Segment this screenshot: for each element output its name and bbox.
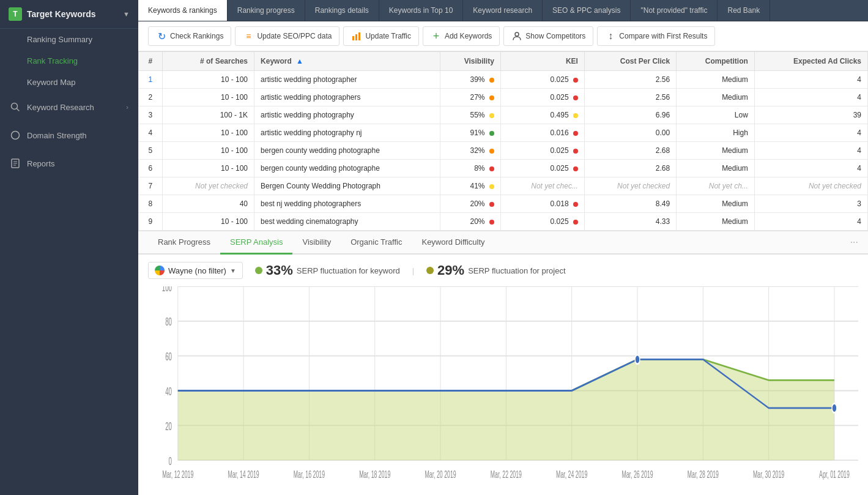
svg-point-2 — [12, 132, 20, 140]
domain-strength-label: Domain Strength — [27, 131, 128, 140]
stat-project-fluctuation: 29% SERP fluctuation for project — [426, 262, 566, 278]
tab-ranking-progress[interactable]: Ranking progress — [228, 0, 305, 21]
col-ad-clicks: Expected Ad Clicks — [754, 52, 867, 71]
compare-first-button[interactable]: ↕ Compare with First Results — [597, 26, 715, 46]
vis-dot — [489, 78, 494, 83]
update-traffic-button[interactable]: Update Traffic — [343, 26, 418, 46]
svg-text:Mar, 12 2019: Mar, 12 2019 — [162, 468, 193, 480]
tab-keywords-top10[interactable]: Keywords in Top 10 — [379, 0, 464, 21]
user-icon — [511, 31, 522, 42]
check-rankings-button[interactable]: ↻ Check Rankings — [148, 26, 231, 46]
vis-dot — [489, 202, 494, 207]
svg-text:60: 60 — [165, 350, 172, 363]
kei-dot — [573, 78, 578, 83]
svg-text:100: 100 — [162, 286, 172, 293]
keyword-stat-dot — [255, 267, 262, 274]
keyword-fluctuation-label: SERP fluctuation for keyword — [297, 266, 400, 275]
reports-icon — [10, 158, 21, 169]
vis-dot — [489, 95, 494, 100]
svg-text:Mar, 30 2019: Mar, 30 2019 — [753, 468, 784, 480]
project-fluctuation-label: SERP fluctuation for project — [468, 266, 565, 275]
sidebar-item-domain-strength[interactable]: Domain Strength — [0, 121, 138, 149]
col-rank: # — [139, 52, 163, 71]
col-competition: Competition — [677, 52, 755, 71]
table-row: 8 40 best nj wedding photographers 20% 0… — [139, 195, 868, 213]
kei-dot — [573, 113, 578, 118]
tab-keyword-research[interactable]: Keyword research — [463, 0, 543, 21]
svg-text:Mar, 28 2019: Mar, 28 2019 — [688, 468, 719, 480]
svg-text:20: 20 — [165, 419, 172, 432]
tab-keyword-difficulty[interactable]: Keyword Difficulty — [412, 231, 494, 255]
sidebar-brand[interactable]: T Target Keywords ▼ — [0, 0, 138, 29]
kei-dot — [573, 131, 578, 136]
tab-rank-progress[interactable]: Rank Progress — [148, 231, 220, 255]
svg-text:Mar, 18 2019: Mar, 18 2019 — [359, 468, 390, 480]
col-keyword[interactable]: Keyword ▲ — [254, 52, 440, 71]
sidebar-item-label: Rank Tracking — [27, 56, 78, 65]
reports-label: Reports — [27, 159, 128, 168]
stat-keyword-fluctuation: 33% SERP fluctuation for keyword — [255, 262, 400, 278]
col-visibility: Visibility — [440, 52, 500, 71]
tab-keywords-rankings[interactable]: Keywords & rankings — [138, 0, 228, 21]
chart-point — [635, 355, 640, 364]
kei-dot — [573, 149, 578, 154]
tab-bar: Keywords & rankings Ranking progress Ran… — [138, 0, 868, 21]
project-fluctuation-value: 29% — [437, 262, 464, 278]
tab-serp-analysis[interactable]: SERP Analysis — [220, 231, 292, 255]
table-row: 2 10 - 100 artistic wedding photographer… — [139, 89, 868, 106]
sidebar-item-keyword-map[interactable]: Keyword Map — [0, 72, 138, 93]
tab-red-bank[interactable]: Red Bank — [718, 0, 770, 21]
show-competitors-button[interactable]: Show Competitors — [503, 26, 593, 46]
kei-dot — [573, 95, 578, 100]
svg-text:0: 0 — [169, 454, 172, 467]
svg-text:Apr, 01 2019: Apr, 01 2019 — [819, 468, 850, 480]
chart-area: 100 80 60 40 20 0 — [138, 286, 868, 495]
vis-dot — [489, 149, 494, 154]
tab-rankings-details[interactable]: Rankings details — [305, 0, 379, 21]
tab-visibility[interactable]: Visibility — [292, 231, 341, 255]
svg-text:Mar, 24 2019: Mar, 24 2019 — [556, 468, 587, 480]
tab-organic-traffic[interactable]: Organic Traffic — [341, 231, 412, 255]
sort-arrow-icon: ▲ — [296, 57, 303, 65]
chart-icon — [351, 31, 362, 42]
kei-dot — [573, 166, 578, 171]
bottom-tab-bar: Rank Progress SERP Analysis Visibility O… — [138, 231, 868, 255]
vis-dot — [489, 166, 494, 171]
location-dropdown[interactable]: Wayne (no filter) ▼ — [148, 262, 243, 279]
col-searches: # of Searches — [162, 52, 254, 71]
google-icon — [155, 266, 165, 275]
search-icon — [10, 102, 21, 113]
keyword-research-label: Keyword Research — [27, 103, 126, 112]
kei-dot — [573, 220, 578, 225]
tab-not-provided[interactable]: "Not provided" traffic — [631, 0, 718, 21]
add-icon: + — [431, 31, 442, 42]
sidebar-item-reports[interactable]: Reports — [0, 149, 138, 177]
add-keywords-button[interactable]: + Add Keywords — [423, 26, 500, 46]
sidebar-item-rank-tracking[interactable]: Rank Tracking — [0, 50, 138, 72]
main-content: Keywords & rankings Ranking progress Ran… — [138, 0, 868, 495]
keywords-table: # # of Searches Keyword ▲ Visibility KEI… — [138, 51, 868, 231]
compare-icon: ↕ — [605, 31, 616, 42]
sidebar-item-ranking-summary[interactable]: Ranking Summary — [0, 29, 138, 50]
chart-point — [832, 403, 837, 412]
more-options-icon[interactable]: ··· — [850, 237, 858, 248]
update-seo-button[interactable]: ≡ Update SEO/PPC data — [235, 26, 339, 46]
domain-icon — [10, 130, 21, 141]
col-cpc: Cost Per Click — [584, 52, 676, 71]
vis-dot — [489, 113, 494, 118]
svg-point-10 — [515, 32, 519, 36]
svg-text:Mar, 14 2019: Mar, 14 2019 — [228, 468, 259, 480]
sidebar: T Target Keywords ▼ Ranking Summary Rank… — [0, 0, 138, 495]
brand-name: Target Keywords — [27, 9, 96, 19]
rank-link[interactable]: 1 — [149, 75, 153, 84]
svg-text:Mar, 22 2019: Mar, 22 2019 — [491, 468, 522, 480]
table-row: 4 10 - 100 artistic wedding photography … — [139, 124, 868, 142]
chart-controls: Wayne (no filter) ▼ 33% SERP fluctuation… — [138, 255, 868, 286]
keyword-fluctuation-value: 33% — [266, 262, 293, 278]
sidebar-item-label: Ranking Summary — [27, 35, 92, 44]
sidebar-item-keyword-research[interactable]: Keyword Research › — [0, 93, 138, 121]
svg-line-1 — [17, 109, 20, 111]
svg-rect-7 — [352, 36, 354, 40]
list-icon: ≡ — [243, 31, 254, 42]
tab-seo-ppc[interactable]: SEO & PPC analysis — [543, 0, 631, 21]
